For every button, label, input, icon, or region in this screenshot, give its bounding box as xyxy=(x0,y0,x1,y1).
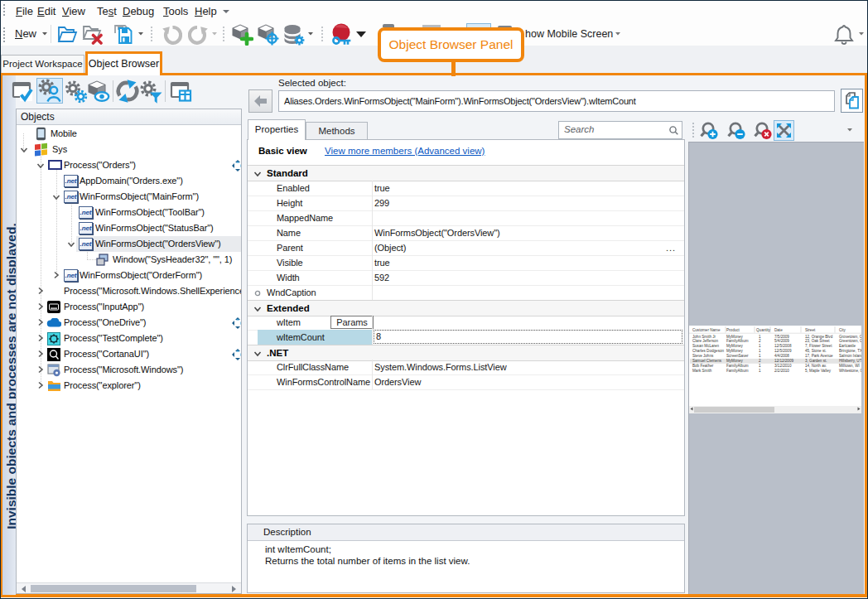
svg-text:Greentown, CA: Greentown, CA xyxy=(839,339,861,343)
svg-text:Grovetown, CA: Grovetown, CA xyxy=(839,335,861,339)
svg-text:FamilyAlbum: FamilyAlbum xyxy=(726,369,749,373)
svg-text:1: 1 xyxy=(759,369,761,373)
svg-text:MyMoney: MyMoney xyxy=(726,349,744,353)
svg-text:Samuel Clemens: Samuel Clemens xyxy=(692,359,722,363)
svg-text:MyMoney: MyMoney xyxy=(726,359,744,363)
svg-text:1: 1 xyxy=(759,354,761,358)
svg-text:Product: Product xyxy=(726,328,740,332)
svg-text:Bob Feather: Bob Feather xyxy=(692,364,714,368)
svg-text:MyMoney: MyMoney xyxy=(726,335,744,339)
svg-text:Charles Dodgeson: Charles Dodgeson xyxy=(692,349,724,353)
svg-text:5/4/2009: 5/4/2009 xyxy=(774,339,789,343)
svg-text:17, Park Avenue: 17, Park Avenue xyxy=(805,354,833,358)
svg-text:1: 1 xyxy=(759,364,761,368)
svg-text:1: 1 xyxy=(759,344,761,348)
svg-text:FamilyAlbum: FamilyAlbum xyxy=(726,364,749,368)
svg-text:Susan McLaren: Susan McLaren xyxy=(692,344,720,348)
svg-text:4/4/2008: 4/4/2008 xyxy=(774,354,789,358)
svg-text:2/2/2010: 2/2/2010 xyxy=(774,369,789,373)
svg-text:Salmon Island: Salmon Island xyxy=(839,354,861,358)
svg-text:1: 1 xyxy=(759,335,761,339)
svg-text:City: City xyxy=(839,328,846,332)
svg-text:45, Stone st.: 45, Stone st. xyxy=(805,349,827,353)
svg-text:7/5/2009: 7/5/2009 xyxy=(774,335,789,339)
svg-text:Clare Jefferson: Clare Jefferson xyxy=(692,339,719,343)
svg-text:ScreenSaver: ScreenSaver xyxy=(726,354,749,358)
svg-text:12/5/2008: 12/5/2008 xyxy=(774,344,792,348)
svg-text:Milltown, WI: Milltown, WI xyxy=(839,364,860,368)
svg-text:Steve Johns: Steve Johns xyxy=(692,354,714,358)
svg-text:MyMoney: MyMoney xyxy=(726,344,744,348)
svg-text:Whitestone, Onta: Whitestone, Onta xyxy=(839,369,861,373)
svg-text:Street: Street xyxy=(805,328,816,332)
svg-text:Customer Name: Customer Name xyxy=(692,328,721,332)
svg-text:7, Flower Street: 7, Flower Street xyxy=(805,344,832,348)
svg-text:Date: Date xyxy=(774,328,783,332)
svg-text:2: 2 xyxy=(759,339,761,343)
svg-text:Quantity: Quantity xyxy=(756,328,771,332)
svg-text:2: 2 xyxy=(759,359,761,363)
svg-text:Hillsberry, UT: Hillsberry, UT xyxy=(839,359,861,363)
svg-text:Mark Smith: Mark Smith xyxy=(692,369,712,373)
svg-text:Earlcastle: Earlcastle xyxy=(839,344,856,348)
svg-text:12/5/2009: 12/5/2009 xyxy=(774,349,792,353)
svg-text:3/12/2010: 3/12/2010 xyxy=(774,364,792,368)
svg-text:12/12/2009: 12/12/2009 xyxy=(774,359,793,363)
svg-text:5, Maple Valley: 5, Maple Valley xyxy=(805,369,832,373)
svg-text:12, Orange Blvd: 12, Orange Blvd xyxy=(805,335,833,339)
svg-text:23, Oak Street: 23, Oak Street xyxy=(805,339,830,343)
svg-text:3, Garden st.: 3, Garden st. xyxy=(805,359,827,363)
svg-text:14, North av.: 14, North av. xyxy=(805,364,827,368)
svg-text:1: 1 xyxy=(759,349,761,353)
svg-text:FamilyAlbum: FamilyAlbum xyxy=(726,339,749,343)
svg-text:John Smith Jr: John Smith Jr xyxy=(692,335,716,339)
svg-text:Bringtone, TX: Bringtone, TX xyxy=(839,349,861,353)
